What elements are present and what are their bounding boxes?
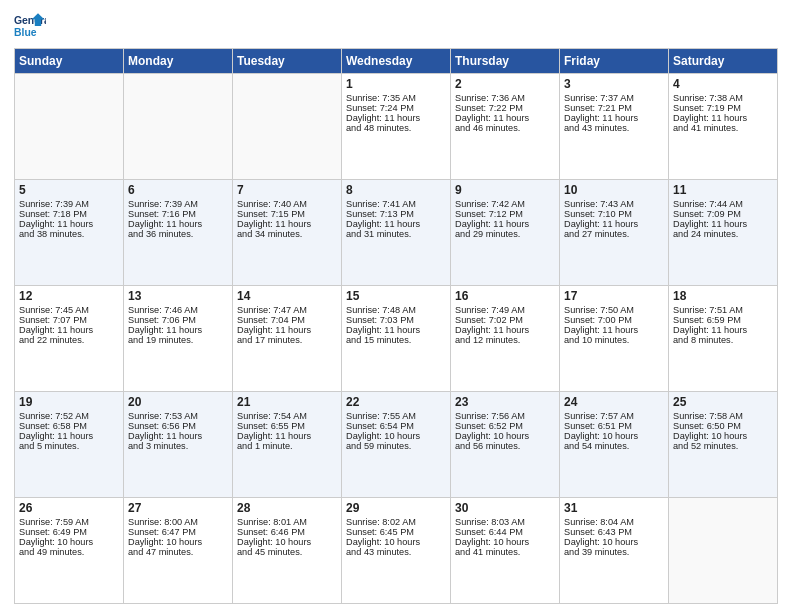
day-info: and 10 minutes. [564,335,664,345]
day-info: Sunset: 6:45 PM [346,527,446,537]
day-info: Daylight: 10 hours [237,537,337,547]
day-number: 14 [237,289,337,303]
day-info: and 12 minutes. [455,335,555,345]
day-header-saturday: Saturday [669,49,778,74]
calendar-cell: 6Sunrise: 7:39 AMSunset: 7:16 PMDaylight… [124,180,233,286]
day-info: Sunrise: 7:56 AM [455,411,555,421]
day-info: Sunset: 7:07 PM [19,315,119,325]
calendar-cell: 13Sunrise: 7:46 AMSunset: 7:06 PMDayligh… [124,286,233,392]
day-info: Sunrise: 7:39 AM [128,199,228,209]
calendar-header-row: SundayMondayTuesdayWednesdayThursdayFrid… [15,49,778,74]
day-info: and 39 minutes. [564,547,664,557]
day-info: Sunset: 7:00 PM [564,315,664,325]
day-info: Daylight: 11 hours [673,325,773,335]
day-info: Sunset: 6:59 PM [673,315,773,325]
calendar-cell: 16Sunrise: 7:49 AMSunset: 7:02 PMDayligh… [451,286,560,392]
day-info: Daylight: 11 hours [346,113,446,123]
svg-text:Blue: Blue [14,27,37,38]
day-info: Sunrise: 7:45 AM [19,305,119,315]
calendar-cell: 28Sunrise: 8:01 AMSunset: 6:46 PMDayligh… [233,498,342,604]
day-number: 3 [564,77,664,91]
calendar-cell: 23Sunrise: 7:56 AMSunset: 6:52 PMDayligh… [451,392,560,498]
calendar-cell: 12Sunrise: 7:45 AMSunset: 7:07 PMDayligh… [15,286,124,392]
day-info: Sunrise: 7:59 AM [19,517,119,527]
day-info: Daylight: 11 hours [346,325,446,335]
calendar-cell: 2Sunrise: 7:36 AMSunset: 7:22 PMDaylight… [451,74,560,180]
day-info: Daylight: 11 hours [673,113,773,123]
day-info: Sunset: 7:06 PM [128,315,228,325]
day-info: Sunset: 6:46 PM [237,527,337,537]
day-info: Sunrise: 7:35 AM [346,93,446,103]
calendar-cell: 17Sunrise: 7:50 AMSunset: 7:00 PMDayligh… [560,286,669,392]
day-info: Daylight: 11 hours [128,431,228,441]
calendar-cell: 14Sunrise: 7:47 AMSunset: 7:04 PMDayligh… [233,286,342,392]
calendar-cell: 9Sunrise: 7:42 AMSunset: 7:12 PMDaylight… [451,180,560,286]
day-info: Sunset: 7:18 PM [19,209,119,219]
day-info: Daylight: 10 hours [346,537,446,547]
day-header-wednesday: Wednesday [342,49,451,74]
day-info: Sunrise: 8:03 AM [455,517,555,527]
day-number: 2 [455,77,555,91]
day-info: Sunset: 7:16 PM [128,209,228,219]
day-info: Sunrise: 7:47 AM [237,305,337,315]
day-number: 1 [346,77,446,91]
calendar-cell [233,74,342,180]
day-number: 22 [346,395,446,409]
day-info: and 46 minutes. [455,123,555,133]
day-number: 21 [237,395,337,409]
day-info: Sunrise: 7:36 AM [455,93,555,103]
day-info: Daylight: 11 hours [237,219,337,229]
day-number: 27 [128,501,228,515]
calendar-cell [15,74,124,180]
calendar-table: SundayMondayTuesdayWednesdayThursdayFrid… [14,48,778,604]
day-number: 20 [128,395,228,409]
day-number: 30 [455,501,555,515]
day-info: Sunset: 7:19 PM [673,103,773,113]
day-info: Sunset: 7:21 PM [564,103,664,113]
day-info: Daylight: 11 hours [564,113,664,123]
day-info: Daylight: 10 hours [128,537,228,547]
day-info: Daylight: 10 hours [346,431,446,441]
calendar-cell: 27Sunrise: 8:00 AMSunset: 6:47 PMDayligh… [124,498,233,604]
day-number: 12 [19,289,119,303]
calendar-cell: 8Sunrise: 7:41 AMSunset: 7:13 PMDaylight… [342,180,451,286]
day-number: 11 [673,183,773,197]
day-info: Sunrise: 8:00 AM [128,517,228,527]
day-info: Daylight: 11 hours [564,325,664,335]
calendar-cell: 25Sunrise: 7:58 AMSunset: 6:50 PMDayligh… [669,392,778,498]
day-info: and 43 minutes. [346,547,446,557]
day-info: and 5 minutes. [19,441,119,451]
day-info: Daylight: 11 hours [128,325,228,335]
day-info: and 56 minutes. [455,441,555,451]
day-number: 10 [564,183,664,197]
day-info: Daylight: 11 hours [128,219,228,229]
day-info: Daylight: 11 hours [237,431,337,441]
calendar-cell: 5Sunrise: 7:39 AMSunset: 7:18 PMDaylight… [15,180,124,286]
header: General Blue [14,10,778,42]
day-info: and 47 minutes. [128,547,228,557]
day-info: Sunset: 7:03 PM [346,315,446,325]
calendar-cell: 1Sunrise: 7:35 AMSunset: 7:24 PMDaylight… [342,74,451,180]
day-info: Sunset: 7:09 PM [673,209,773,219]
day-info: Daylight: 11 hours [673,219,773,229]
calendar-cell: 7Sunrise: 7:40 AMSunset: 7:15 PMDaylight… [233,180,342,286]
day-number: 24 [564,395,664,409]
day-header-tuesday: Tuesday [233,49,342,74]
day-info: Daylight: 11 hours [19,219,119,229]
logo: General Blue [14,10,46,42]
calendar-cell: 19Sunrise: 7:52 AMSunset: 6:58 PMDayligh… [15,392,124,498]
day-info: Sunset: 6:58 PM [19,421,119,431]
day-info: Sunrise: 7:42 AM [455,199,555,209]
day-info: and 17 minutes. [237,335,337,345]
day-info: Sunset: 6:54 PM [346,421,446,431]
day-number: 6 [128,183,228,197]
day-info: and 43 minutes. [564,123,664,133]
day-info: and 8 minutes. [673,335,773,345]
day-info: Sunset: 6:43 PM [564,527,664,537]
day-info: Daylight: 11 hours [19,431,119,441]
calendar-cell: 29Sunrise: 8:02 AMSunset: 6:45 PMDayligh… [342,498,451,604]
day-number: 28 [237,501,337,515]
day-info: and 54 minutes. [564,441,664,451]
calendar-cell: 20Sunrise: 7:53 AMSunset: 6:56 PMDayligh… [124,392,233,498]
day-info: and 52 minutes. [673,441,773,451]
